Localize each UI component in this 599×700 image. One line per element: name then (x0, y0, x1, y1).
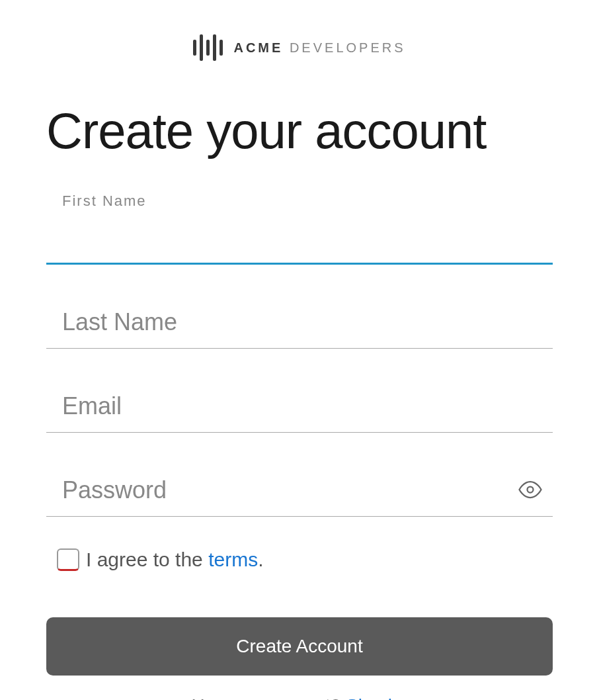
terms-suffix: . (258, 548, 263, 570)
svg-point-0 (528, 486, 534, 492)
email-input[interactable] (46, 380, 553, 433)
logo-text: ACME DEVELOPERS (233, 40, 405, 56)
last-name-input[interactable] (46, 296, 553, 349)
terms-prefix: I agree to the (86, 548, 208, 570)
logo-brand-bold: ACME (233, 40, 283, 55)
first-name-group: First Name (46, 193, 553, 265)
email-group (46, 380, 553, 433)
password-input[interactable] (46, 464, 553, 517)
logo-brand-light: DEVELOPERS (290, 40, 406, 55)
terms-label: I agree to the terms. (86, 548, 263, 571)
logo-bars-icon (193, 33, 223, 62)
signin-suffix: . (403, 695, 408, 700)
signin-prefix: Have an account? (192, 695, 346, 700)
terms-link[interactable]: terms (208, 548, 258, 570)
logo: ACME DEVELOPERS (46, 33, 553, 62)
terms-row: I agree to the terms. (46, 548, 553, 571)
signin-row: Have an account? Sign in. (46, 695, 553, 700)
page-title: Create your account (46, 102, 553, 159)
first-name-label: First Name (46, 193, 553, 210)
password-group (46, 464, 553, 517)
create-account-button[interactable]: Create Account (46, 617, 553, 676)
eye-icon[interactable] (518, 478, 542, 504)
signin-link[interactable]: Sign in (346, 695, 403, 700)
last-name-group (46, 296, 553, 349)
terms-checkbox[interactable] (57, 548, 79, 571)
first-name-input[interactable] (46, 222, 553, 265)
